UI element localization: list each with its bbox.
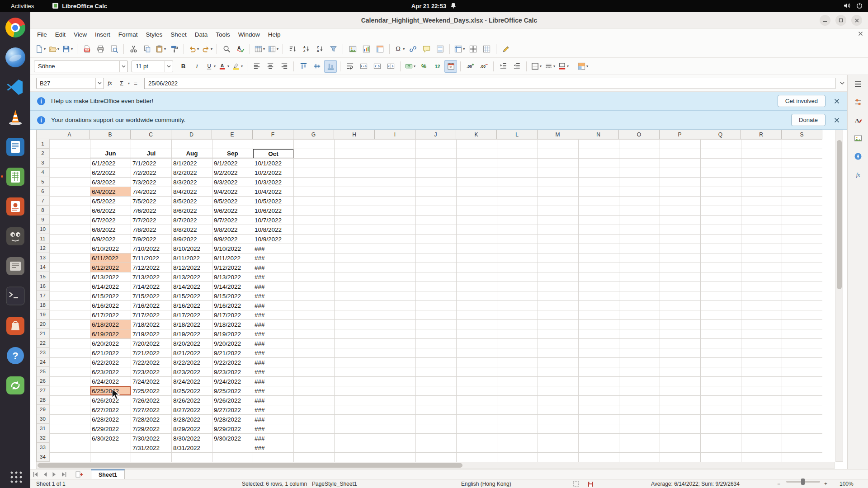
show-applications-button[interactable] bbox=[9, 470, 22, 483]
donate-button[interactable]: Donate bbox=[791, 114, 826, 126]
dock-item-chrome[interactable] bbox=[5, 17, 26, 38]
cell-D33[interactable]: 8/31/2022 bbox=[172, 443, 212, 452]
redo-button[interactable]: ▾ bbox=[201, 43, 213, 56]
cell-D25[interactable]: 8/23/2022 bbox=[172, 367, 212, 376]
column-header-O[interactable]: O bbox=[619, 130, 660, 139]
cell-D18[interactable]: 8/16/2022 bbox=[172, 301, 212, 310]
sort-ascending-button[interactable]: AZ bbox=[300, 43, 312, 56]
row-header-31[interactable]: 31 bbox=[36, 424, 49, 433]
column-header-R[interactable]: R bbox=[741, 130, 782, 139]
cell-D17[interactable]: 8/15/2022 bbox=[172, 291, 212, 300]
unmerge-cells-button[interactable] bbox=[384, 60, 397, 73]
dock-item-gimp[interactable] bbox=[5, 225, 26, 247]
column-header-H[interactable]: H bbox=[334, 130, 375, 139]
cell-D12[interactable]: 8/10/2022 bbox=[172, 244, 212, 253]
column-header-L[interactable]: L bbox=[497, 130, 538, 139]
cell-F29[interactable]: ### bbox=[253, 405, 293, 414]
menu-tools[interactable]: Tools bbox=[212, 30, 234, 39]
cell-F6[interactable]: 10/4/2022 bbox=[253, 187, 293, 196]
cell-E9[interactable]: 9/7/2022 bbox=[212, 216, 253, 225]
cell-E24[interactable]: 9/22/2022 bbox=[212, 358, 253, 367]
cell-C32[interactable]: 7/30/2022 bbox=[131, 434, 171, 443]
styles-button[interactable]: A bbox=[851, 114, 865, 127]
cell-C5[interactable]: 7/3/2022 bbox=[131, 178, 171, 187]
row-header-15[interactable]: 15 bbox=[36, 272, 49, 282]
increase-indent-button[interactable] bbox=[497, 60, 509, 73]
italic-button[interactable]: I bbox=[190, 60, 203, 73]
column-header-A[interactable]: A bbox=[49, 130, 90, 139]
column-header-G[interactable]: G bbox=[293, 130, 334, 139]
page-style-status[interactable]: PageStyle_Sheet1 bbox=[312, 481, 357, 487]
cell-C22[interactable]: 7/20/2022 bbox=[131, 339, 171, 348]
cell-E26[interactable]: 9/24/2022 bbox=[212, 377, 253, 386]
zoom-slider-thumb[interactable] bbox=[801, 479, 805, 485]
cell-E21[interactable]: 9/19/2022 bbox=[212, 329, 253, 338]
cell-C33[interactable]: 7/31/2022 bbox=[131, 443, 171, 452]
row-header-20[interactable]: 20 bbox=[36, 319, 49, 329]
minimize-button[interactable] bbox=[820, 15, 830, 26]
cell-D2[interactable]: Aug bbox=[172, 149, 212, 158]
font-color-button[interactable]: A▾ bbox=[217, 60, 230, 73]
cell-D28[interactable]: 8/26/2022 bbox=[172, 396, 212, 405]
cell-B30[interactable]: 6/28/2022 bbox=[90, 415, 131, 424]
cell-D9[interactable]: 8/7/2022 bbox=[172, 216, 212, 225]
cell-F4[interactable]: 10/2/2022 bbox=[253, 168, 293, 177]
cell-D19[interactable]: 8/17/2022 bbox=[172, 310, 212, 319]
underline-button[interactable]: U▾ bbox=[204, 60, 217, 73]
autofilter-button[interactable] bbox=[327, 43, 340, 56]
column-header-E[interactable]: E bbox=[212, 130, 253, 139]
cell-B7[interactable]: 6/5/2022 bbox=[90, 197, 131, 206]
cell-D23[interactable]: 8/21/2022 bbox=[172, 348, 212, 357]
cell-E32[interactable]: 9/30/2022 bbox=[212, 434, 253, 443]
row-header-6[interactable]: 6 bbox=[36, 187, 49, 196]
cell-E6[interactable]: 9/4/2022 bbox=[212, 187, 253, 196]
cell-D32[interactable]: 8/30/2022 bbox=[172, 434, 212, 443]
cell-F24[interactable]: ### bbox=[253, 358, 293, 367]
format-currency-button[interactable]: ▾ bbox=[404, 60, 416, 73]
font-name-combobox[interactable]: Söhne bbox=[34, 61, 128, 72]
cell-E15[interactable]: 9/13/2022 bbox=[212, 272, 253, 282]
cell-B3[interactable]: 6/1/2022 bbox=[90, 159, 131, 168]
row-header-26[interactable]: 26 bbox=[36, 376, 49, 386]
cell-D31[interactable]: 8/29/2022 bbox=[172, 424, 212, 433]
cell-B16[interactable]: 6/14/2022 bbox=[90, 282, 131, 291]
add-decimal-button[interactable]: .00 bbox=[464, 60, 476, 73]
highlight-color-button[interactable]: ▾ bbox=[231, 60, 244, 73]
cell-B17[interactable]: 6/15/2022 bbox=[90, 291, 131, 300]
cell-C13[interactable]: 7/11/2022 bbox=[131, 253, 171, 263]
cell-F19[interactable]: ### bbox=[253, 310, 293, 319]
cell-C17[interactable]: 7/15/2022 bbox=[131, 291, 171, 300]
cell-F23[interactable]: ### bbox=[253, 348, 293, 357]
align-top-button[interactable] bbox=[297, 60, 310, 73]
dock-item-utility[interactable] bbox=[5, 255, 26, 277]
cell-B25[interactable]: 6/23/2022 bbox=[90, 367, 131, 376]
cell-C29[interactable]: 7/27/2022 bbox=[131, 405, 171, 414]
cell-C21[interactable]: 7/19/2022 bbox=[131, 329, 171, 338]
cell-F31[interactable]: ### bbox=[253, 424, 293, 433]
zoom-slider[interactable] bbox=[786, 481, 820, 483]
row-header-13[interactable]: 13 bbox=[36, 253, 49, 263]
cell-B31[interactable]: 6/29/2022 bbox=[90, 424, 131, 433]
row-header-27[interactable]: 27 bbox=[36, 386, 49, 395]
cell-B26[interactable]: 6/24/2022 bbox=[90, 377, 131, 386]
vertical-scrollbar-thumb[interactable] bbox=[837, 140, 842, 289]
previous-sheet-button[interactable] bbox=[43, 472, 47, 477]
cell-B24[interactable]: 6/22/2022 bbox=[90, 358, 131, 367]
row-header-2[interactable]: 2 bbox=[36, 149, 49, 158]
cell-D22[interactable]: 8/20/2022 bbox=[172, 339, 212, 348]
row-header-18[interactable]: 18 bbox=[36, 300, 49, 310]
window-titlebar[interactable]: Calendar_Highlight_Weekend_Days.xlsx - L… bbox=[30, 12, 868, 28]
select-all-corner[interactable] bbox=[36, 130, 49, 139]
row-header-3[interactable]: 3 bbox=[36, 158, 49, 168]
split-window-button[interactable] bbox=[467, 43, 479, 56]
cell-E25[interactable]: 9/23/2022 bbox=[212, 367, 253, 376]
cell-F10[interactable]: 10/8/2022 bbox=[253, 225, 293, 234]
menu-view[interactable]: View bbox=[70, 30, 91, 39]
cell-C4[interactable]: 7/2/2022 bbox=[131, 168, 171, 177]
cell-B14[interactable]: 6/12/2022 bbox=[90, 263, 131, 272]
cell-B8[interactable]: 6/6/2022 bbox=[90, 206, 131, 215]
cell-B23[interactable]: 6/21/2022 bbox=[90, 348, 131, 357]
cell-B6[interactable]: 6/4/2022 bbox=[90, 187, 131, 196]
cell-B2[interactable]: Jun bbox=[90, 149, 131, 158]
cell-F15[interactable]: ### bbox=[253, 272, 293, 282]
